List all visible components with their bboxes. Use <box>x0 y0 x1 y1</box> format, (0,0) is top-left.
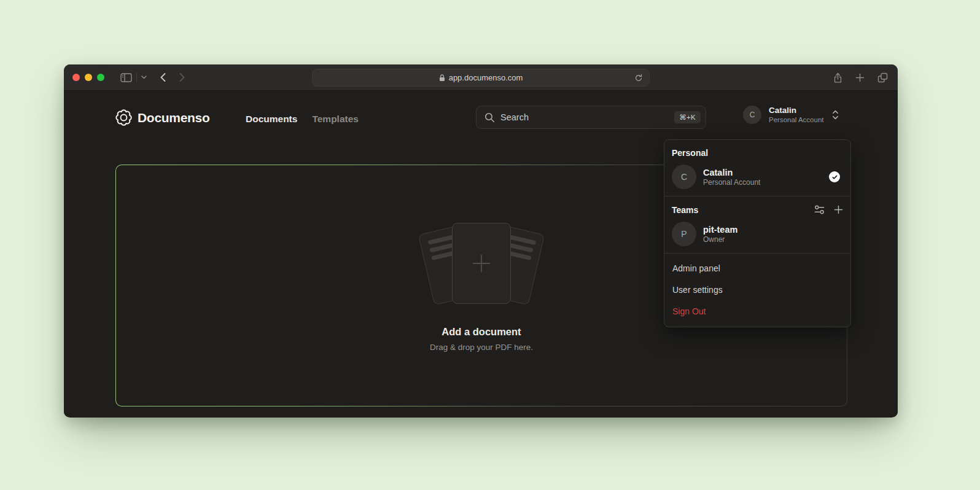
personal-account-item[interactable]: C Catalin Personal Account <box>672 165 843 189</box>
account-menu-button[interactable]: C Catalin Personal Account <box>743 106 839 124</box>
manage-teams-icon[interactable] <box>814 204 825 215</box>
back-button[interactable] <box>160 73 166 82</box>
team-name: pit-team <box>703 224 737 235</box>
url-text: app.documenso.com <box>449 73 523 82</box>
teams-section: Teams P <box>664 196 850 253</box>
brand[interactable]: Documenso <box>115 109 210 126</box>
search-shortcut-badge: ⌘+K <box>674 111 701 123</box>
dropzone-title: Add a document <box>441 326 521 338</box>
nav-documents[interactable]: Documents <box>246 114 297 125</box>
menu-item-sign-out[interactable]: Sign Out <box>664 300 850 322</box>
sidebar-toggle-icon[interactable] <box>120 73 132 82</box>
search-bar[interactable]: ⌘+K <box>476 106 706 129</box>
minimize-button[interactable] <box>85 74 92 81</box>
dropzone-subtitle: Drag & drop your PDF here. <box>430 343 533 352</box>
nav-templates[interactable]: Templates <box>312 114 359 125</box>
menu-item-user-settings[interactable]: User settings <box>664 279 850 300</box>
reload-icon[interactable] <box>634 74 643 82</box>
traffic-lights <box>72 74 104 81</box>
personal-account-name: Catalin <box>703 167 760 178</box>
zoom-button[interactable] <box>97 74 104 81</box>
teams-section-label: Teams <box>672 205 698 215</box>
browser-titlebar: app.documenso.com <box>64 64 898 91</box>
account-dropdown-menu: Personal C Catalin Personal Account <box>664 139 851 327</box>
menu-item-admin-panel[interactable]: Admin panel <box>664 257 850 279</box>
app-content: Documenso Documents Templates ⌘+K C Cata… <box>64 91 898 417</box>
team-avatar: P <box>672 222 696 246</box>
personal-section-label: Personal <box>672 148 843 158</box>
share-icon[interactable] <box>833 72 842 84</box>
documenso-logo-icon <box>115 109 132 126</box>
plus-icon <box>467 249 496 278</box>
dropdown-menu-items: Admin panel User settings Sign Out <box>664 254 850 327</box>
chevron-down-icon[interactable] <box>141 76 147 79</box>
main-nav: Documents Templates <box>246 114 359 125</box>
tab-overview-icon[interactable] <box>877 72 888 83</box>
search-icon <box>484 112 495 123</box>
selected-check-icon <box>829 171 840 182</box>
document-card-center <box>452 223 511 304</box>
new-tab-icon[interactable] <box>855 73 865 82</box>
account-type: Personal Account <box>769 115 824 124</box>
personal-account-type: Personal Account <box>703 178 760 187</box>
account-avatar: C <box>743 106 761 124</box>
account-name: Catalin <box>769 106 824 115</box>
close-button[interactable] <box>72 74 80 81</box>
brand-name: Documenso <box>138 111 210 125</box>
app-header: Documenso Documents Templates ⌘+K C Cata… <box>64 91 898 146</box>
search-input[interactable] <box>500 112 674 122</box>
forward-button[interactable] <box>179 73 185 82</box>
team-item[interactable]: P pit-team Owner <box>672 222 843 246</box>
browser-window: app.documenso.com <box>64 64 898 418</box>
team-role: Owner <box>703 235 737 244</box>
lock-icon <box>439 74 445 82</box>
personal-account-avatar: C <box>672 165 696 189</box>
selector-chevrons-icon <box>831 109 839 121</box>
address-bar[interactable]: app.documenso.com <box>312 69 650 87</box>
create-team-icon[interactable] <box>834 205 843 214</box>
toolbar-separator <box>136 72 137 82</box>
personal-section: Personal C Catalin Personal Account <box>664 140 850 196</box>
documents-stack-illustration <box>417 219 546 311</box>
